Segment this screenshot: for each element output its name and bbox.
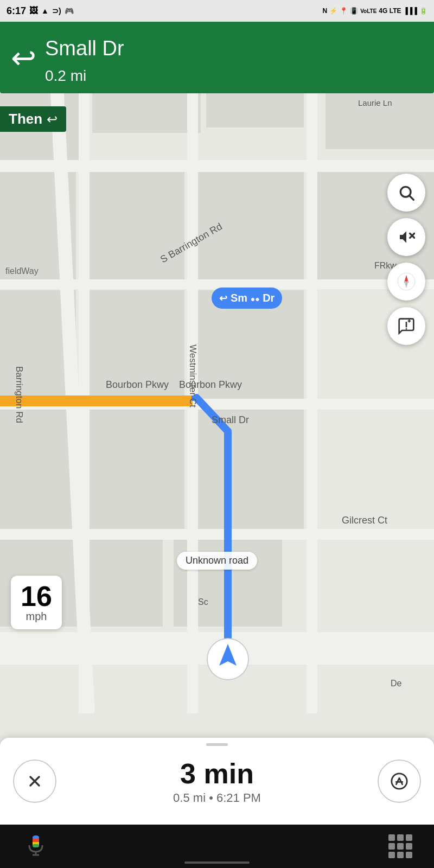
assistant-mic-button[interactable] <box>22 831 50 861</box>
status-right: N ⚡ 📍 📳 VoLTE 4G LTE ▐▐▐ 🔋 <box>323 7 428 15</box>
mic-icon <box>22 831 50 859</box>
battery-icon: 🔋 <box>419 7 427 15</box>
svg-text:Gilcrest Ct: Gilcrest Ct <box>342 515 387 526</box>
search-button[interactable] <box>387 174 425 212</box>
eta-info: 3 min 0.5 mi • 6:21 PM <box>56 757 378 805</box>
voicemail-icon: ⊃) <box>52 7 61 15</box>
turn-arrow-large: ↩ <box>11 43 36 73</box>
svg-rect-20 <box>0 529 434 540</box>
svg-point-52 <box>406 328 407 330</box>
turn-label-arrow: ↩ <box>219 292 227 304</box>
then-text: Then <box>9 111 42 127</box>
cancel-button[interactable] <box>13 760 56 803</box>
driving-icon: 🎮 <box>65 7 74 15</box>
svg-text:Small Dr: Small Dr <box>212 414 249 425</box>
status-bar: 6:17 🖼 ▲ ⊃) 🎮 N ⚡ 📍 📳 VoLTE 4G LTE ▐▐▐ 🔋 <box>0 0 434 22</box>
svg-rect-12 <box>0 410 76 529</box>
svg-text:Bourbon Pkwy: Bourbon Pkwy <box>106 379 169 390</box>
svg-rect-26 <box>0 395 193 406</box>
turn-label-map: ↩ Sm ●● Dr <box>212 288 282 309</box>
nav-street: Small Dr 0.2 mi <box>45 30 124 86</box>
svg-text:fieldWay: fieldWay <box>5 266 39 276</box>
time-display: 6:17 <box>7 5 26 17</box>
svg-text:Laurie Ln: Laurie Ln <box>358 98 392 107</box>
eta-time: 3 min <box>56 757 378 790</box>
svg-rect-24 <box>307 62 317 713</box>
svg-rect-6 <box>87 171 184 279</box>
map-area[interactable]: S Barrington Rd Bourbon Pkwy Bourbon Pkw… <box>0 22 434 754</box>
then-box: Then ↩ <box>0 106 66 132</box>
distance-label: 0.2 mi <box>45 62 124 86</box>
report-icon <box>398 317 415 335</box>
routes-icon <box>390 772 409 790</box>
compass-icon <box>397 272 416 291</box>
svg-text:Westminster Ct: Westminster Ct <box>188 344 198 407</box>
nav-header: ↩ Small Dr 0.2 mi <box>0 22 434 93</box>
svg-rect-65 <box>33 844 39 847</box>
status-left: 6:17 🖼 ▲ ⊃) 🎮 <box>7 5 74 17</box>
svg-text:Sc: Sc <box>198 597 208 607</box>
search-icon <box>398 184 415 201</box>
signal-bars: ▐▐▐ <box>403 7 417 15</box>
svg-text:Barrington Rd: Barrington Rd <box>14 366 24 423</box>
volte-icon: VoLTE <box>360 8 376 14</box>
mute-button[interactable] <box>387 218 425 256</box>
signal-label: 4G LTE <box>379 7 401 15</box>
mute-icon <box>398 228 415 246</box>
unknown-road-label: Unknown road <box>177 552 257 570</box>
location-icon: ▲ <box>41 7 49 15</box>
routes-button[interactable] <box>378 760 421 803</box>
speed-number: 16 <box>21 582 52 610</box>
report-incident-button[interactable] <box>387 307 425 345</box>
apps-button[interactable] <box>388 834 412 858</box>
vibrate-icon: 📳 <box>350 7 358 15</box>
photo-icon: 🖼 <box>29 6 38 16</box>
bottom-panel: 3 min 0.5 mi • 6:21 PM <box>0 738 434 825</box>
pin-icon: 📍 <box>340 7 348 15</box>
cancel-icon <box>26 773 43 790</box>
street-name: Small Dr <box>45 30 124 61</box>
right-buttons <box>387 174 425 345</box>
svg-rect-62 <box>33 835 39 839</box>
turn-label-text: Sm ●● Dr <box>231 292 275 304</box>
system-bar <box>0 825 434 868</box>
svg-rect-14 <box>195 410 304 529</box>
nav-main: ↩ Small Dr 0.2 mi <box>11 30 423 86</box>
map-svg: S Barrington Rd Bourbon Pkwy Bourbon Pkw… <box>0 22 434 754</box>
compass-button[interactable] <box>387 263 425 301</box>
home-indicator[interactable] <box>184 861 250 864</box>
eta-details: 0.5 mi • 6:21 PM <box>56 791 378 805</box>
drag-handle <box>206 743 228 746</box>
svg-text:De: De <box>391 679 402 688</box>
bluetooth-icon: ⚡ <box>329 7 337 15</box>
svg-rect-63 <box>33 839 39 842</box>
nfc-icon: N <box>323 7 328 15</box>
svg-line-45 <box>410 196 413 200</box>
speed-unit: mph <box>21 610 52 623</box>
svg-rect-13 <box>87 410 184 529</box>
speed-display: 16 mph <box>11 576 62 629</box>
then-arrow: ↩ <box>47 112 58 127</box>
